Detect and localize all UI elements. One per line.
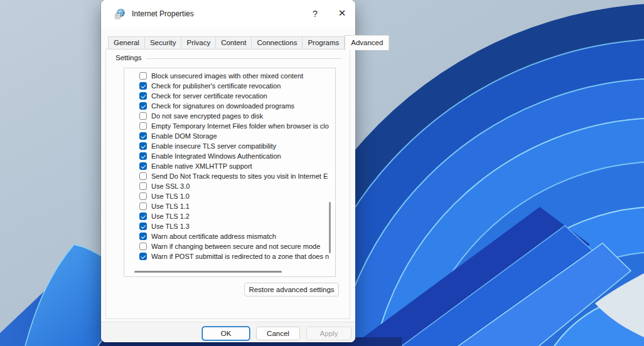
setting-label: Use TLS 1.2 [151, 212, 190, 220]
checkbox-checked-icon[interactable] [139, 162, 147, 170]
setting-row[interactable]: Use TLS 1.2 [124, 211, 335, 221]
tab-privacy[interactable]: Privacy [181, 36, 216, 50]
setting-label: Check for signatures on downloaded progr… [151, 102, 294, 110]
cancel-button[interactable]: Cancel [256, 327, 300, 340]
checkbox-checked-icon[interactable] [139, 102, 147, 110]
setting-label: Enable Integrated Windows Authentication [151, 152, 281, 160]
checkbox-unchecked-icon[interactable] [139, 202, 147, 210]
setting-row[interactable]: Enable insecure TLS server compatibility [124, 141, 335, 151]
setting-row[interactable]: Use TLS 1.1 [124, 201, 335, 211]
setting-row[interactable]: Empty Temporary Internet Files folder wh… [124, 121, 335, 131]
setting-row[interactable]: Check for signatures on downloaded progr… [124, 101, 335, 111]
tab-security[interactable]: Security [145, 36, 182, 50]
setting-label: Warn about certificate address mismatch [151, 233, 276, 240]
checkbox-unchecked-icon[interactable] [139, 192, 147, 200]
setting-label: Check for publisher's certificate revoca… [151, 82, 281, 90]
desktop: Internet Properties ? ✕ GeneralSecurityP… [0, 0, 644, 346]
setting-label: Enable insecure TLS server compatibility [151, 142, 276, 150]
settings-group-line [146, 58, 341, 59]
setting-row[interactable]: Block unsecured images with other mixed … [124, 71, 335, 81]
ok-button[interactable]: OK [202, 327, 250, 340]
setting-row[interactable]: Use SSL 3.0 [124, 181, 335, 191]
setting-label: Warn if changing between secure and not … [151, 243, 320, 250]
window-title: Internet Properties [132, 9, 194, 18]
dialog-footer: OK Cancel Apply [101, 322, 355, 342]
checkbox-checked-icon[interactable] [139, 92, 147, 100]
vertical-scrollbar-thumb[interactable] [329, 202, 331, 253]
setting-row[interactable]: Check for publisher's certificate revoca… [124, 81, 335, 91]
checkbox-unchecked-icon[interactable] [139, 182, 147, 190]
apply-button[interactable]: Apply [306, 327, 352, 340]
checkbox-unchecked-icon[interactable] [139, 243, 147, 250]
checkbox-unchecked-icon[interactable] [139, 72, 147, 80]
checkbox-checked-icon[interactable] [139, 152, 147, 160]
setting-row[interactable]: Warn about certificate address mismatch [124, 231, 335, 241]
checkbox-checked-icon[interactable] [139, 233, 147, 240]
setting-label: Empty Temporary Internet Files folder wh… [151, 122, 329, 130]
setting-label: Use TLS 1.1 [151, 202, 190, 210]
tab-general[interactable]: General [108, 36, 145, 50]
tab-programs[interactable]: Programs [303, 36, 345, 50]
settings-listbox[interactable]: Block unsecured images with other mixed … [124, 68, 336, 277]
setting-row[interactable]: Check for server certificate revocation [124, 91, 335, 101]
settings-group-label: Settings [115, 54, 146, 61]
setting-label: Use TLS 1.0 [151, 192, 190, 200]
checkbox-unchecked-icon[interactable] [139, 172, 147, 180]
checkbox-unchecked-icon[interactable] [139, 122, 147, 130]
setting-label: Send Do Not Track requests to sites you … [151, 172, 328, 180]
titlebar[interactable]: Internet Properties ? ✕ [101, 0, 355, 28]
setting-label: Use TLS 1.3 [151, 223, 190, 230]
setting-label: Check for server certificate revocation [151, 92, 267, 100]
checkbox-checked-icon[interactable] [139, 212, 147, 220]
setting-row[interactable]: Enable Integrated Windows Authentication [124, 151, 335, 161]
setting-row[interactable]: Warn if changing between secure and not … [124, 241, 335, 251]
setting-label: Enable DOM Storage [151, 132, 217, 140]
setting-label: Warn if POST submittal is redirected to … [151, 253, 329, 260]
checkbox-checked-icon[interactable] [139, 132, 147, 140]
setting-row[interactable]: Enable native XMLHTTP support [124, 161, 335, 171]
checkbox-unchecked-icon[interactable] [139, 112, 147, 120]
setting-row[interactable]: Use TLS 1.0 [124, 191, 335, 201]
help-button[interactable]: ? [307, 9, 323, 23]
tab-connections[interactable]: Connections [252, 36, 303, 50]
setting-label: Use SSL 3.0 [151, 182, 190, 190]
internet-properties-dialog: Internet Properties ? ✕ GeneralSecurityP… [101, 0, 355, 342]
settings-group: Settings [115, 54, 341, 61]
tab-advanced[interactable]: Advanced [345, 35, 389, 50]
checkbox-checked-icon[interactable] [139, 142, 147, 150]
setting-row[interactable]: Do not save encrypted pages to disk [124, 111, 335, 121]
tab-content[interactable]: Content [216, 36, 252, 50]
setting-label: Do not save encrypted pages to disk [151, 112, 263, 120]
checkbox-checked-icon[interactable] [139, 253, 147, 260]
internet-properties-icon [115, 9, 126, 19]
setting-row[interactable]: Enable DOM Storage [124, 131, 335, 141]
horizontal-scrollbar-thumb[interactable] [134, 271, 282, 273]
checkbox-checked-icon[interactable] [139, 223, 147, 230]
tab-strip: GeneralSecurityPrivacyContentConnections… [108, 35, 389, 50]
setting-label: Enable native XMLHTTP support [151, 162, 252, 170]
checkbox-checked-icon[interactable] [139, 82, 147, 90]
setting-row[interactable]: Send Do Not Track requests to sites you … [124, 171, 335, 181]
close-button[interactable]: ✕ [334, 8, 350, 21]
settings-list: Block unsecured images with other mixed … [124, 71, 335, 261]
restore-advanced-settings-button[interactable]: Restore advanced settings [244, 283, 339, 296]
setting-label: Block unsecured images with other mixed … [151, 72, 303, 80]
advanced-tab-page: Settings Block unsecured images with oth… [105, 48, 350, 319]
setting-row[interactable]: Warn if POST submittal is redirected to … [124, 251, 335, 261]
setting-row[interactable]: Use TLS 1.3 [124, 221, 335, 231]
